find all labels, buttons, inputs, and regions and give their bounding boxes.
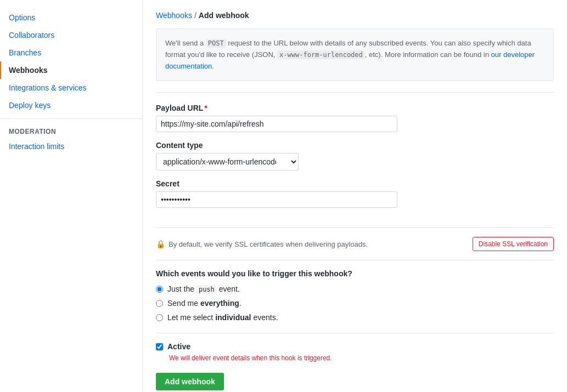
events-section: Which events would you like to trigger t…: [156, 269, 554, 322]
sidebar-section-moderation: Moderation Interaction limits: [0, 123, 142, 155]
event-push-label: Just the push event.: [167, 285, 240, 293]
info-text-end: .: [212, 62, 214, 70]
active-section: Active We will deliver event details whe…: [156, 333, 554, 362]
sidebar-section-settings: Options Collaborators Branches Webhooks …: [0, 9, 142, 114]
event-individual-option[interactable]: Let me select individual events.: [156, 313, 554, 322]
secret-input[interactable]: [156, 191, 397, 208]
event-push-option[interactable]: Just the push event.: [156, 285, 554, 293]
info-code-urlencoded: x-www-form-urlencoded: [277, 50, 365, 59]
disable-ssl-button[interactable]: Disable SSL verification: [473, 237, 554, 251]
sidebar-item-branches[interactable]: Branches: [0, 44, 142, 61]
moderation-header: Moderation: [0, 123, 142, 138]
event-everything-label: Send me everything.: [167, 299, 242, 308]
info-text-mid2: , etc). More information can be found in: [365, 50, 491, 59]
content-type-label: Content type: [156, 141, 554, 150]
secret-label: Secret: [156, 179, 554, 188]
events-title: Which events would you like to trigger t…: [156, 269, 554, 278]
event-everything-radio[interactable]: [156, 300, 163, 307]
breadcrumb-current: Add webhook: [199, 11, 249, 20]
content-type-select[interactable]: application/x-www-form-urlencoded applic…: [156, 153, 299, 171]
info-code-post: POST: [206, 39, 226, 48]
individual-strong: individual: [215, 313, 251, 322]
secret-group: Secret: [156, 179, 554, 208]
push-code: push: [197, 285, 217, 294]
event-individual-label: Let me select individual events.: [167, 313, 278, 322]
active-checkbox[interactable]: [156, 343, 163, 350]
breadcrumb-separator: /: [194, 11, 197, 20]
payload-url-input[interactable]: [156, 116, 397, 132]
active-description: We will deliver event details when this …: [169, 354, 554, 362]
sidebar-item-deploy-keys[interactable]: Deploy keys: [0, 96, 142, 114]
sidebar-item-interaction-limits[interactable]: Interaction limits: [0, 138, 142, 155]
everything-strong: everything: [200, 299, 239, 308]
active-label: Active: [167, 342, 190, 351]
content-type-group: Content type application/x-www-form-urle…: [156, 141, 554, 171]
event-push-radio[interactable]: [156, 286, 163, 293]
event-individual-radio[interactable]: [156, 314, 163, 321]
ssl-info: 🔒 By default, we verify SSL certificates…: [156, 240, 368, 248]
event-everything-option[interactable]: Send me everything.: [156, 299, 554, 308]
main-content: Webhooks / Add webhook We'll send a POST…: [143, 0, 567, 392]
info-text-pre: We'll send a: [165, 39, 206, 47]
events-radio-group: Just the push event. Send me everything.…: [156, 285, 554, 322]
sidebar: Options Collaborators Branches Webhooks …: [0, 0, 143, 392]
sidebar-item-integrations[interactable]: Integrations & services: [0, 79, 142, 96]
ssl-section: 🔒 By default, we verify SSL certificates…: [156, 228, 554, 260]
sidebar-item-options[interactable]: Options: [0, 9, 142, 26]
breadcrumb: Webhooks / Add webhook: [156, 11, 554, 20]
payload-url-label: Payload URL*: [156, 104, 554, 112]
payload-url-group: Payload URL*: [156, 104, 554, 132]
sidebar-divider: [0, 118, 142, 119]
form-section: Payload URL* Content type application/x-…: [156, 92, 554, 228]
payload-url-required: *: [204, 104, 207, 112]
active-checkbox-row: Active: [156, 342, 554, 351]
add-webhook-button[interactable]: Add webhook: [156, 373, 224, 390]
ssl-description: By default, we verify SSL certificates w…: [169, 240, 368, 248]
sidebar-item-webhooks[interactable]: Webhooks: [0, 61, 142, 79]
info-box: We'll send a POST request to the URL bel…: [156, 29, 554, 81]
breadcrumb-parent[interactable]: Webhooks: [156, 11, 192, 20]
sidebar-item-collaborators[interactable]: Collaborators: [0, 26, 142, 44]
lock-icon: 🔒: [156, 240, 165, 248]
